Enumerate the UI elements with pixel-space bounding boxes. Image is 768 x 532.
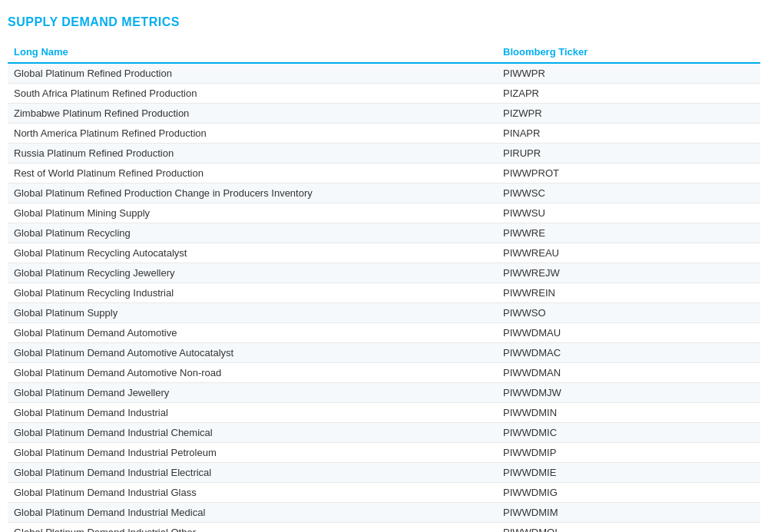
table-row: Global Platinum Demand Industrial OtherP… <box>8 523 760 533</box>
cell-bloomberg-ticker: PIWWSO <box>497 303 760 323</box>
cell-long-name: Zimbabwe Platinum Refined Production <box>8 104 497 124</box>
cell-long-name: Global Platinum Refined Production Chang… <box>8 183 497 203</box>
cell-bloomberg-ticker: PIWWDMIG <box>497 483 760 503</box>
cell-bloomberg-ticker: PIWWSU <box>497 203 760 223</box>
cell-bloomberg-ticker: PINAPR <box>497 124 760 144</box>
header-long-name: Long Name <box>8 41 497 63</box>
cell-bloomberg-ticker: PIWWRE <box>497 223 760 243</box>
table-row: Global Platinum Recycling AutocatalystPI… <box>8 243 760 263</box>
cell-bloomberg-ticker: PIWWDMAU <box>497 323 760 343</box>
table-row: Global Platinum SupplyPIWWSO <box>8 303 760 323</box>
table-row: Global Platinum Refined Production Chang… <box>8 183 760 203</box>
cell-bloomberg-ticker: PIWWSC <box>497 183 760 203</box>
cell-long-name: Global Platinum Supply <box>8 303 497 323</box>
cell-bloomberg-ticker: PIWWREAU <box>497 243 760 263</box>
table-row: Global Platinum Demand Industrial Petrol… <box>8 443 760 463</box>
table-row: South Africa Platinum Refined Production… <box>8 84 760 104</box>
table-row: Global Platinum Recycling JewelleryPIWWR… <box>8 263 760 283</box>
table-header-row: Long Name Bloomberg Ticker <box>8 41 760 63</box>
cell-bloomberg-ticker: PIWWDMIC <box>497 423 760 443</box>
cell-long-name: Global Platinum Mining Supply <box>8 203 497 223</box>
table-row: Global Platinum Mining SupplyPIWWSU <box>8 203 760 223</box>
cell-long-name: Global Platinum Demand Automotive Autoca… <box>8 343 497 363</box>
table-row: Global Platinum Demand Industrial Electr… <box>8 463 760 483</box>
cell-bloomberg-ticker: PIWWDMAN <box>497 363 760 383</box>
cell-long-name: Global Platinum Demand Industrial Chemic… <box>8 423 497 443</box>
cell-bloomberg-ticker: PIWWDMIP <box>497 443 760 463</box>
table-body: Global Platinum Refined ProductionPIWWPR… <box>8 63 760 532</box>
cell-bloomberg-ticker: PIWWDMIN <box>497 403 760 423</box>
cell-long-name: Russia Platinum Refined Production <box>8 144 497 164</box>
cell-bloomberg-ticker: PIWWDMIE <box>497 463 760 483</box>
cell-long-name: Global Platinum Demand Industrial Glass <box>8 483 497 503</box>
table-row: Global Platinum Demand Automotive Autoca… <box>8 343 760 363</box>
cell-long-name: Rest of World Platinum Refined Productio… <box>8 164 497 183</box>
cell-bloomberg-ticker: PIWWREJW <box>497 263 760 283</box>
cell-bloomberg-ticker: PIZWPR <box>497 104 760 124</box>
cell-long-name: Global Platinum Recycling <box>8 223 497 243</box>
table-row: Global Platinum Demand Industrial Chemic… <box>8 423 760 443</box>
cell-long-name: Global Platinum Demand Industrial Electr… <box>8 463 497 483</box>
table-row: Global Platinum Demand JewelleryPIWWDMJW <box>8 383 760 403</box>
table-row: Global Platinum Demand IndustrialPIWWDMI… <box>8 403 760 423</box>
supply-demand-table: Long Name Bloomberg Ticker Global Platin… <box>8 41 760 532</box>
cell-long-name: Global Platinum Demand Industrial Other <box>8 523 497 533</box>
cell-long-name: South Africa Platinum Refined Production <box>8 84 497 104</box>
cell-long-name: Global Platinum Recycling Autocatalyst <box>8 243 497 263</box>
cell-bloomberg-ticker: PIWWPR <box>497 63 760 84</box>
cell-long-name: Global Platinum Demand Industrial Medica… <box>8 503 497 523</box>
cell-long-name: North America Platinum Refined Productio… <box>8 124 497 144</box>
cell-long-name: Global Platinum Demand Industrial Petrol… <box>8 443 497 463</box>
table-row: Global Platinum Demand Industrial Medica… <box>8 503 760 523</box>
page-container: SUPPLY DEMAND METRICS Long Name Bloomber… <box>0 0 768 532</box>
table-row: North America Platinum Refined Productio… <box>8 124 760 144</box>
cell-long-name: Global Platinum Demand Automotive <box>8 323 497 343</box>
page-title: SUPPLY DEMAND METRICS <box>8 15 760 29</box>
cell-bloomberg-ticker: PIWWPROT <box>497 164 760 183</box>
table-row: Russia Platinum Refined ProductionPIRUPR <box>8 144 760 164</box>
cell-long-name: Global Platinum Demand Industrial <box>8 403 497 423</box>
table-row: Global Platinum Demand AutomotivePIWWDMA… <box>8 323 760 343</box>
table-row: Global Platinum Demand Automotive Non-ro… <box>8 363 760 383</box>
header-bloomberg-ticker: Bloomberg Ticker <box>497 41 760 63</box>
cell-bloomberg-ticker: PIWWDMAC <box>497 343 760 363</box>
cell-bloomberg-ticker: PIWWREIN <box>497 283 760 303</box>
cell-bloomberg-ticker: PIRUPR <box>497 144 760 164</box>
table-row: Global Platinum Recycling IndustrialPIWW… <box>8 283 760 303</box>
cell-long-name: Global Platinum Refined Production <box>8 63 497 84</box>
table-row: Global Platinum Demand Industrial GlassP… <box>8 483 760 503</box>
cell-long-name: Global Platinum Recycling Jewellery <box>8 263 497 283</box>
cell-bloomberg-ticker: PIZAPR <box>497 84 760 104</box>
cell-bloomberg-ticker: PIWWDMOI <box>497 523 760 533</box>
table-row: Global Platinum RecyclingPIWWRE <box>8 223 760 243</box>
table-row: Rest of World Platinum Refined Productio… <box>8 164 760 183</box>
table-row: Global Platinum Refined ProductionPIWWPR <box>8 63 760 84</box>
cell-bloomberg-ticker: PIWWDMIM <box>497 503 760 523</box>
cell-bloomberg-ticker: PIWWDMJW <box>497 383 760 403</box>
cell-long-name: Global Platinum Demand Automotive Non-ro… <box>8 363 497 383</box>
cell-long-name: Global Platinum Recycling Industrial <box>8 283 497 303</box>
cell-long-name: Global Platinum Demand Jewellery <box>8 383 497 403</box>
table-row: Zimbabwe Platinum Refined ProductionPIZW… <box>8 104 760 124</box>
